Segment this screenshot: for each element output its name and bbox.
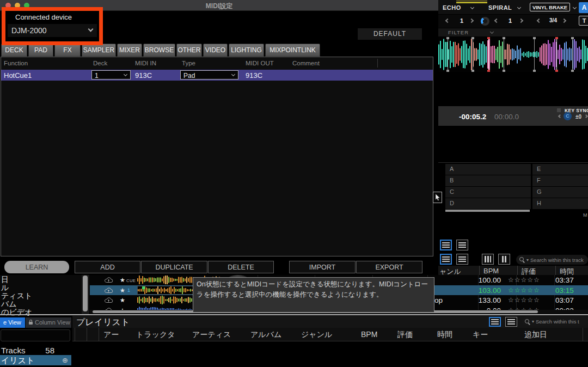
detail-view-button[interactable] — [456, 240, 468, 250]
cloud-sync-icon — [104, 297, 113, 303]
chevron-down-icon[interactable] — [573, 5, 577, 9]
col-header[interactable]: トラックタ — [136, 330, 175, 340]
track-rating[interactable]: ☆☆☆☆☆ — [508, 296, 540, 304]
fx-slot3-button[interactable]: VINYL BRAKE — [530, 3, 570, 11]
deck-select[interactable]: 1 — [91, 70, 131, 79]
sidebar-search-input[interactable] — [1, 329, 70, 341]
chevron-left-icon[interactable] — [537, 19, 541, 23]
hotcue-bank-f[interactable]: F — [532, 175, 588, 186]
col-header[interactable]: アー — [103, 330, 119, 340]
star-icon[interactable]: ★ — [120, 297, 125, 304]
tab-pad[interactable]: PAD — [28, 44, 53, 57]
col-header[interactable]: 時間 — [437, 330, 452, 340]
sidebar-item-playlist[interactable]: イリスト ⊕ — [0, 355, 71, 365]
mapping-row-selected[interactable]: HotCue1 1 913C Pad 913C — [1, 70, 433, 81]
chevron-right-icon[interactable] — [519, 19, 523, 23]
fx-banner-tab — [456, 0, 487, 3]
th-function[interactable]: Function — [4, 60, 28, 66]
chevron-left-icon[interactable] — [494, 19, 499, 23]
tab-video[interactable]: VIDEO — [203, 44, 228, 57]
chevron-right-icon[interactable] — [562, 19, 566, 23]
panel-divider[interactable] — [0, 314, 588, 315]
learn-button[interactable]: LEARN — [4, 261, 69, 273]
connected-device-select[interactable]: DJM-2000 — [8, 24, 97, 37]
scrollbar-thumb[interactable] — [83, 276, 88, 311]
track-waveform[interactable] — [438, 37, 588, 72]
star-icon[interactable]: ★ — [120, 287, 125, 294]
col-header[interactable]: アルバム — [250, 330, 281, 340]
delete-button[interactable]: DELETE — [208, 261, 274, 273]
key-up-icon[interactable] — [584, 114, 588, 118]
duplicate-button[interactable]: DUPLICATE — [141, 261, 207, 273]
tab-column-view[interactable]: Column View — [26, 317, 71, 328]
col-header[interactable]: 評価 — [397, 330, 413, 340]
add-button[interactable]: ADD — [75, 261, 140, 273]
tab-fx[interactable]: FX — [54, 44, 81, 57]
sidebar-item-tracks[interactable]: Tracks 58 — [0, 346, 71, 355]
export-button[interactable]: EXPORT — [356, 261, 422, 273]
hotcue-bank-b[interactable]: B — [445, 175, 531, 186]
key-badge[interactable]: C — [564, 112, 572, 120]
default-button[interactable]: DEFAULT — [358, 28, 422, 40]
column-2-view-button[interactable] — [498, 254, 510, 265]
list-view-button[interactable] — [440, 240, 452, 250]
col-header[interactable]: 追加日 — [524, 330, 547, 340]
list-view-button[interactable] — [489, 317, 501, 327]
type-select[interactable]: Pad — [180, 70, 238, 79]
sidebar-scrollbar[interactable] — [82, 275, 89, 314]
chevron-down-icon[interactable] — [470, 5, 474, 9]
column-3-view-button[interactable] — [482, 254, 494, 265]
chevron-down-icon[interactable] — [490, 30, 494, 34]
beat-value-3: 3/4 — [546, 17, 560, 23]
fx-slot2-select[interactable]: SPIRAL — [488, 4, 512, 11]
chevron-right-icon[interactable] — [469, 19, 474, 23]
fx-slot1-select[interactable]: ECHO — [443, 4, 461, 11]
hotcue-bank-d[interactable]: D — [445, 198, 531, 209]
col-header[interactable]: ジャンル — [301, 330, 332, 340]
deck-search-input[interactable]: ▾ Search within this track — [516, 255, 588, 265]
th-midi-in[interactable]: MIDI IN — [135, 60, 156, 66]
tab-mixpointlink[interactable]: MIXPOINTLINK — [265, 44, 320, 57]
col-bpm[interactable]: BPM — [483, 267, 499, 275]
key-down-icon[interactable] — [558, 114, 562, 118]
filter-select[interactable]: FILTER — [448, 29, 469, 35]
hotcue-bank-e[interactable]: E — [532, 164, 588, 175]
info-line-1: On状態にするとMIDIコードを設定できる状態になります。 — [197, 280, 379, 288]
star-icon[interactable]: ★ — [120, 277, 125, 284]
detail-view-button-2[interactable] — [456, 254, 468, 265]
import-button[interactable]: IMPORT — [289, 261, 356, 273]
detail-view-button[interactable] — [505, 317, 517, 327]
hotcue-bank-c[interactable]: C — [445, 187, 531, 198]
tab-other[interactable]: OTHER — [176, 44, 202, 57]
tab-tree-view[interactable]: e View — [0, 317, 25, 328]
playlist-search-input[interactable]: ▾ Search within this t — [522, 317, 588, 326]
hotcue-bank-h[interactable]: H — [532, 198, 588, 209]
tab-browse[interactable]: BROWSE — [143, 44, 175, 57]
tab-sampler[interactable]: SAMPLER — [82, 44, 116, 57]
th-comment[interactable]: Comment — [292, 60, 320, 66]
dropdown-caret-icon[interactable]: ▾ — [532, 319, 534, 324]
track-rating[interactable]: ☆☆☆☆☆ — [508, 276, 540, 284]
chevron-down-icon[interactable] — [517, 5, 521, 9]
hotcue-bank-g[interactable]: G — [532, 187, 588, 198]
th-type[interactable]: Type — [182, 60, 195, 66]
fx-knob[interactable] — [481, 17, 489, 26]
dropdown-caret-icon[interactable]: ▾ — [526, 258, 529, 262]
th-midi-out[interactable]: MIDI OUT — [246, 60, 274, 66]
tab-lighting[interactable]: LIGHTING — [229, 44, 264, 57]
hotcue-bank-a[interactable]: A — [445, 164, 531, 175]
tab-deck[interactable]: DECK — [1, 44, 27, 57]
col-header[interactable]: アーティス — [192, 330, 231, 340]
tab-mixer[interactable]: MIXER — [117, 44, 142, 57]
track-rating[interactable]: ☆☆☆☆☆ — [508, 286, 540, 294]
chevron-left-icon[interactable] — [445, 19, 450, 23]
chevron-down-icon — [231, 72, 235, 76]
fx-assign-a-button[interactable]: A — [579, 2, 588, 13]
add-playlist-icon[interactable]: ⊕ — [62, 356, 68, 364]
hotcue-scrollbar[interactable] — [445, 210, 530, 212]
col-header[interactable]: BPM — [361, 330, 377, 339]
col-header[interactable]: キー — [473, 330, 488, 340]
list-view-button-2[interactable] — [440, 254, 452, 265]
th-deck[interactable]: Deck — [93, 60, 107, 66]
tempo-t-button[interactable]: T — [579, 16, 588, 26]
